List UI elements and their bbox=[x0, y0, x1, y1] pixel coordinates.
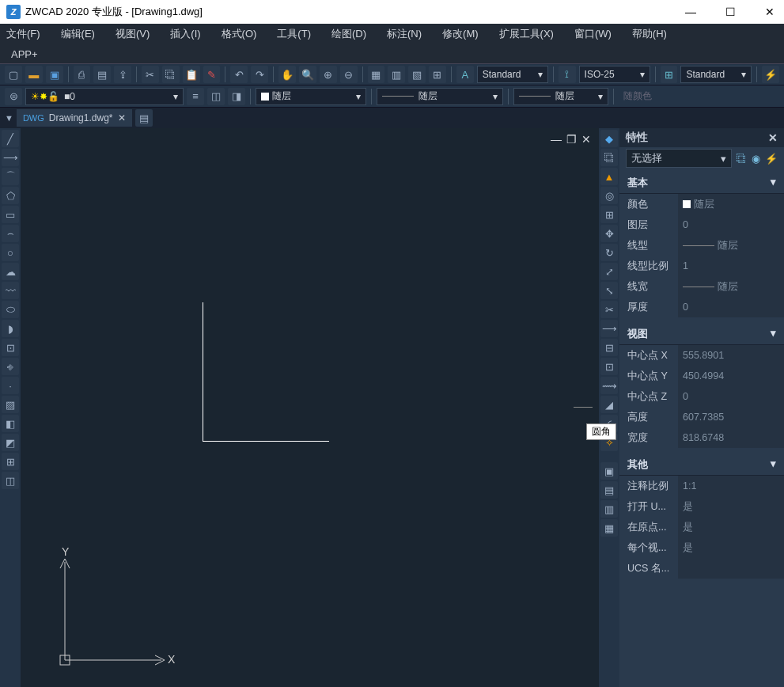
join-icon[interactable]: ⟿ bbox=[600, 377, 618, 394]
publish-icon[interactable]: ⇪ bbox=[114, 66, 131, 83]
prop-at-origin[interactable]: 是 bbox=[678, 517, 784, 537]
make-block-icon[interactable]: ⎆ bbox=[2, 358, 19, 375]
table-style-icon[interactable]: ⊞ bbox=[661, 66, 678, 83]
paste-icon[interactable]: 📋 bbox=[183, 66, 200, 83]
color-combo[interactable]: 随层▾ bbox=[256, 88, 366, 105]
menu-modify[interactable]: 修改(M) bbox=[442, 27, 479, 41]
tool-palette-icon[interactable]: ▧ bbox=[408, 66, 426, 83]
calc-icon[interactable]: ⊞ bbox=[429, 66, 446, 83]
new-tab-icon[interactable]: ▤ bbox=[135, 109, 153, 127]
prop-anno-scale[interactable]: 1:1 bbox=[678, 476, 784, 496]
minimize-button[interactable]: — bbox=[683, 4, 699, 20]
prop-open-ucs[interactable]: 是 bbox=[678, 496, 784, 517]
doc-minimize-icon[interactable]: — bbox=[551, 133, 562, 146]
prop-center-y[interactable]: 450.4994 bbox=[678, 366, 784, 386]
menu-view[interactable]: 视图(V) bbox=[116, 27, 150, 41]
document-tab[interactable]: DWG Drawing1.dwg* ✕ bbox=[17, 109, 132, 127]
lineweight-combo[interactable]: 随层▾ bbox=[513, 88, 608, 105]
menu-insert[interactable]: 插入(I) bbox=[170, 27, 200, 41]
layer-manager-icon[interactable]: ⊜ bbox=[5, 88, 22, 105]
rotate-icon[interactable]: ↻ bbox=[600, 244, 618, 261]
prop-per-view[interactable]: 是 bbox=[678, 537, 784, 558]
break-point-icon[interactable]: ⊟ bbox=[600, 339, 618, 356]
menu-extensions[interactable]: 扩展工具(X) bbox=[499, 27, 554, 41]
prop-color[interactable]: 随层 bbox=[678, 194, 784, 214]
move-icon[interactable]: ✥ bbox=[600, 225, 618, 242]
copy-icon[interactable]: ⿻ bbox=[162, 66, 180, 83]
text-style-combo[interactable]: Standard▾ bbox=[477, 66, 548, 83]
toggle-pick-icon[interactable]: ⚡ bbox=[765, 153, 778, 165]
insert-block-icon[interactable]: ⊡ bbox=[2, 339, 19, 356]
doc-close-icon[interactable]: ✕ bbox=[581, 133, 591, 146]
draworder-below-icon[interactable]: ▦ bbox=[600, 519, 618, 537]
preview-icon[interactable]: ▤ bbox=[93, 66, 111, 83]
revcloud-icon[interactable]: ☁ bbox=[2, 263, 19, 280]
ray-icon[interactable]: ⟶ bbox=[2, 149, 19, 166]
prop-linetype[interactable]: 随层 bbox=[678, 235, 784, 256]
properties-close-icon[interactable]: ✕ bbox=[768, 131, 778, 144]
draworder-top-icon[interactable]: ▣ bbox=[600, 462, 618, 480]
extend-icon[interactable]: ⟶ bbox=[600, 320, 618, 337]
zoom-realtime-icon[interactable]: 🔍 bbox=[299, 66, 316, 83]
open-icon[interactable]: ▬ bbox=[25, 66, 43, 83]
layer-iso-icon[interactable]: ◨ bbox=[228, 88, 245, 105]
dim-style-combo[interactable]: ISO-25▾ bbox=[579, 66, 650, 83]
table-style-combo[interactable]: Standard▾ bbox=[680, 66, 752, 83]
circle-icon[interactable]: ○ bbox=[2, 244, 19, 261]
section-basic[interactable]: 基本▾ bbox=[619, 173, 784, 194]
text-style-icon[interactable]: A bbox=[456, 66, 474, 83]
draworder-bottom-icon[interactable]: ▤ bbox=[600, 481, 618, 499]
pline-icon[interactable]: ⌒ bbox=[2, 168, 19, 185]
print-icon[interactable]: ⎙ bbox=[74, 66, 91, 83]
region-icon[interactable]: ◩ bbox=[2, 434, 19, 451]
ellipse-icon[interactable]: ⬭ bbox=[2, 301, 19, 318]
arc-icon[interactable]: ⌢ bbox=[2, 225, 19, 242]
menu-format[interactable]: 格式(O) bbox=[222, 27, 257, 41]
design-center-icon[interactable]: ▥ bbox=[388, 66, 405, 83]
tab-close-icon[interactable]: ✕ bbox=[118, 112, 126, 123]
select-objects-icon[interactable]: ◉ bbox=[752, 153, 760, 165]
gradient-icon[interactable]: ◧ bbox=[2, 415, 19, 432]
menu-dimension[interactable]: 标注(N) bbox=[387, 27, 422, 41]
new-icon[interactable]: ▢ bbox=[5, 66, 22, 83]
doc-restore-icon[interactable]: ❐ bbox=[566, 133, 577, 146]
drawing-canvas[interactable]: — ❐ ✕ Y X bbox=[21, 128, 599, 687]
section-other[interactable]: 其他▾ bbox=[619, 454, 784, 476]
tab-pin-icon[interactable]: ▼ bbox=[5, 113, 13, 123]
point-icon[interactable]: · bbox=[2, 377, 19, 394]
layer-prev-icon[interactable]: ≡ bbox=[187, 88, 204, 105]
ellipse-arc-icon[interactable]: ◗ bbox=[2, 320, 19, 337]
close-button[interactable]: ✕ bbox=[762, 4, 778, 20]
mtext-icon[interactable]: ◫ bbox=[2, 472, 19, 489]
undo-icon[interactable]: ↶ bbox=[230, 66, 248, 83]
offset-icon[interactable]: ◎ bbox=[600, 187, 618, 204]
scale-icon[interactable]: ⤢ bbox=[600, 263, 618, 280]
section-view[interactable]: 视图▾ bbox=[619, 324, 784, 345]
prop-layer[interactable]: 0 bbox=[678, 214, 784, 235]
cut-icon[interactable]: ✂ bbox=[142, 66, 159, 83]
table-icon[interactable]: ⊞ bbox=[2, 453, 19, 470]
prop-linescale[interactable]: 1 bbox=[678, 256, 784, 276]
erase-icon[interactable]: ◆ bbox=[600, 130, 618, 147]
layer-combo[interactable]: ☀✸🔓 ■ 0▾ bbox=[25, 88, 184, 105]
redo-icon[interactable]: ↷ bbox=[251, 66, 268, 83]
stretch-icon[interactable]: ⤡ bbox=[600, 282, 618, 299]
maximize-button[interactable]: ☐ bbox=[722, 4, 738, 20]
prop-thickness[interactable]: 0 bbox=[678, 297, 784, 317]
break-icon[interactable]: ⊡ bbox=[600, 358, 618, 375]
prop-lineweight[interactable]: 随层 bbox=[678, 276, 784, 297]
spline-icon[interactable]: 〰 bbox=[2, 282, 19, 299]
selection-combo[interactable]: 无选择▾ bbox=[626, 149, 732, 168]
prop-center-z[interactable]: 0 bbox=[678, 386, 784, 407]
trim-icon[interactable]: ✂ bbox=[600, 301, 618, 318]
properties-icon[interactable]: ▦ bbox=[368, 66, 385, 83]
draworder-above-icon[interactable]: ▥ bbox=[600, 500, 618, 518]
prop-width[interactable]: 818.6748 bbox=[678, 427, 784, 448]
app-plus-button[interactable]: APP+ bbox=[0, 44, 784, 63]
menu-file[interactable]: 文件(F) bbox=[6, 27, 40, 41]
pan-icon[interactable]: ✋ bbox=[278, 66, 296, 83]
zoom-prev-icon[interactable]: ⊖ bbox=[340, 66, 358, 83]
help-icon[interactable]: ⚡ bbox=[762, 66, 779, 83]
menu-window[interactable]: 窗口(W) bbox=[574, 27, 612, 41]
zoom-icon[interactable]: ⊕ bbox=[320, 66, 337, 83]
